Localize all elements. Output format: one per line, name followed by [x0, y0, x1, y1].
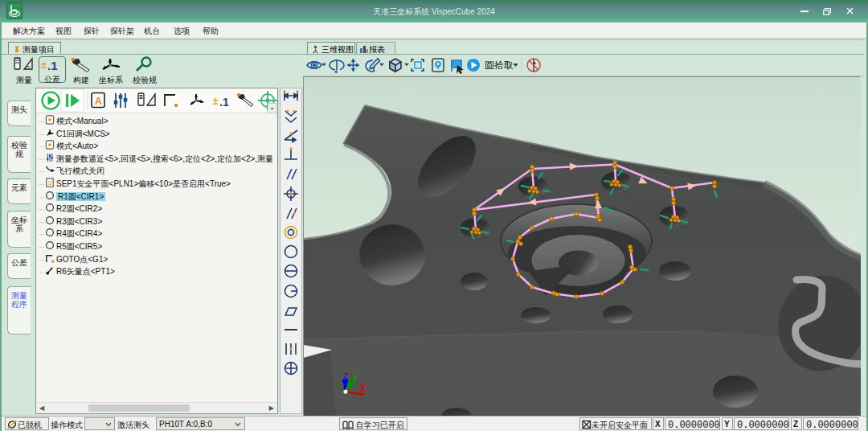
- svg-text:Y: Y: [353, 374, 358, 383]
- svg-text:±: ±: [41, 59, 47, 71]
- svg-text:X: X: [360, 384, 366, 392]
- svg-text:Z: Z: [343, 372, 348, 381]
- svg-text:A: A: [95, 96, 102, 107]
- svg-text:±: ±: [213, 96, 219, 107]
- svg-text:圆拾取: 圆拾取: [485, 60, 514, 71]
- svg-text:.1: .1: [219, 96, 229, 109]
- svg-text:.1: .1: [47, 59, 58, 72]
- svg-text:S: S: [48, 179, 52, 187]
